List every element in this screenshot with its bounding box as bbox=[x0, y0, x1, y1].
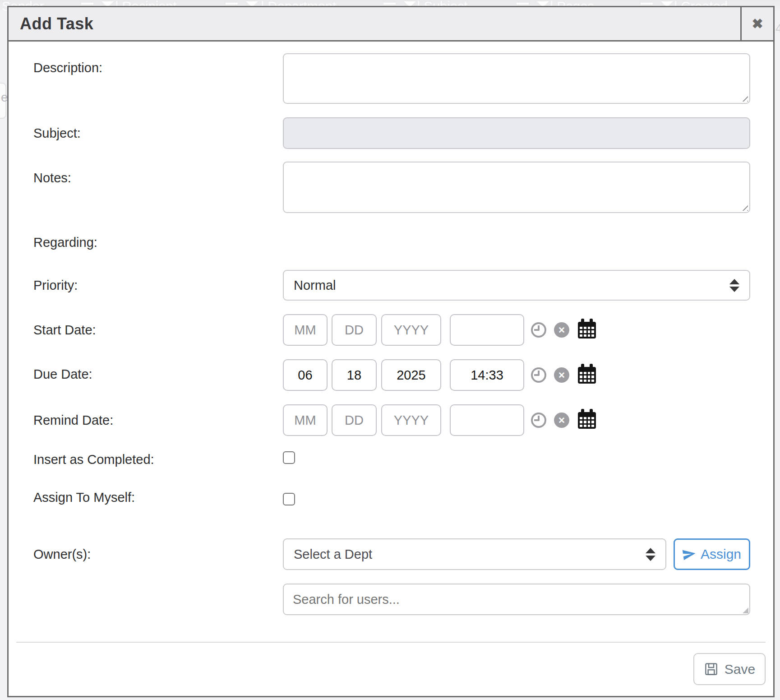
subject-input bbox=[283, 117, 750, 149]
subject-label: Subject: bbox=[33, 125, 81, 141]
calendar-icon[interactable] bbox=[578, 412, 596, 429]
owners-label: Owner(s): bbox=[33, 547, 91, 562]
remind-date-row: ✕ bbox=[283, 404, 608, 436]
calendar-icon[interactable] bbox=[578, 322, 596, 338]
assign-button-label: Assign bbox=[701, 547, 741, 562]
regarding-label: Regarding: bbox=[33, 235, 97, 250]
owners-search-field bbox=[283, 584, 750, 615]
description-input[interactable] bbox=[283, 53, 750, 104]
dialog-body: Description: Subject: Notes: Regarding: … bbox=[9, 43, 773, 696]
footer-divider bbox=[16, 642, 766, 643]
description-field bbox=[283, 53, 750, 104]
remind-date-time-input[interactable] bbox=[450, 404, 524, 436]
select-arrows-icon bbox=[646, 548, 655, 561]
calendar-grid bbox=[580, 327, 594, 337]
remind-date-label: Remind Date: bbox=[33, 413, 113, 428]
start-date-row: ✕ bbox=[283, 314, 608, 346]
owners-search-input[interactable] bbox=[283, 584, 750, 615]
description-label: Description: bbox=[33, 60, 102, 75]
add-task-dialog: Add Task ✖ Description: Subject: Notes: bbox=[7, 6, 775, 697]
notes-input[interactable] bbox=[283, 162, 750, 213]
close-icon: ✖ bbox=[752, 16, 763, 32]
calendar-icon[interactable] bbox=[578, 367, 596, 384]
page: Sender Recipient Department Subject Page… bbox=[0, 0, 780, 700]
insert-as-completed-checkbox[interactable] bbox=[283, 451, 295, 464]
assign-to-myself-checkbox[interactable] bbox=[283, 493, 295, 505]
owners-dept-selected-value: Select a Dept bbox=[294, 547, 640, 562]
calendar-grid bbox=[580, 417, 594, 427]
due-date-year-input[interactable] bbox=[381, 359, 441, 391]
assign-to-myself-label: Assign To Myself: bbox=[33, 490, 135, 505]
start-date-time-input[interactable] bbox=[450, 314, 524, 346]
start-date-label: Start Date: bbox=[33, 322, 96, 338]
start-date-day-input[interactable] bbox=[332, 314, 377, 346]
due-date-time-input[interactable] bbox=[450, 359, 524, 391]
dialog-header: Add Task ✖ bbox=[9, 7, 773, 42]
due-date-month-input[interactable] bbox=[283, 359, 328, 391]
clear-date-icon[interactable]: ✕ bbox=[554, 322, 569, 338]
start-date-month-input[interactable] bbox=[283, 314, 328, 346]
time-picker-icon[interactable] bbox=[531, 413, 546, 428]
time-picker-icon[interactable] bbox=[531, 367, 546, 383]
select-arrows-icon bbox=[729, 279, 739, 292]
owners-dept-select[interactable]: Select a Dept bbox=[283, 538, 666, 570]
priority-selected-value: Normal bbox=[294, 278, 724, 293]
due-date-label: Due Date: bbox=[33, 366, 92, 382]
assign-button[interactable]: Assign bbox=[674, 538, 750, 570]
notes-label: Notes: bbox=[33, 170, 71, 185]
paper-plane-icon bbox=[682, 547, 697, 562]
priority-label: Priority: bbox=[33, 278, 78, 293]
floppy-disk-icon bbox=[704, 662, 719, 677]
notes-field bbox=[283, 162, 750, 213]
remind-date-year-input[interactable] bbox=[381, 404, 441, 436]
insert-as-completed-label: Insert as Completed: bbox=[33, 452, 154, 467]
remind-date-month-input[interactable] bbox=[283, 404, 328, 436]
remind-date-day-input[interactable] bbox=[332, 404, 377, 436]
priority-select[interactable]: Normal bbox=[283, 270, 750, 301]
calendar-grid bbox=[580, 372, 594, 382]
save-button-label: Save bbox=[725, 662, 755, 677]
dialog-title: Add Task bbox=[9, 14, 93, 33]
bg-partial-text: 4 bbox=[775, 22, 780, 36]
clear-date-icon[interactable]: ✕ bbox=[554, 367, 569, 383]
clear-date-icon[interactable]: ✕ bbox=[554, 413, 569, 428]
save-button[interactable]: Save bbox=[693, 653, 766, 685]
time-picker-icon[interactable] bbox=[531, 322, 546, 338]
close-button[interactable]: ✖ bbox=[740, 7, 773, 40]
due-date-day-input[interactable] bbox=[332, 359, 377, 391]
due-date-row: ✕ bbox=[283, 359, 608, 391]
start-date-year-input[interactable] bbox=[381, 314, 441, 346]
